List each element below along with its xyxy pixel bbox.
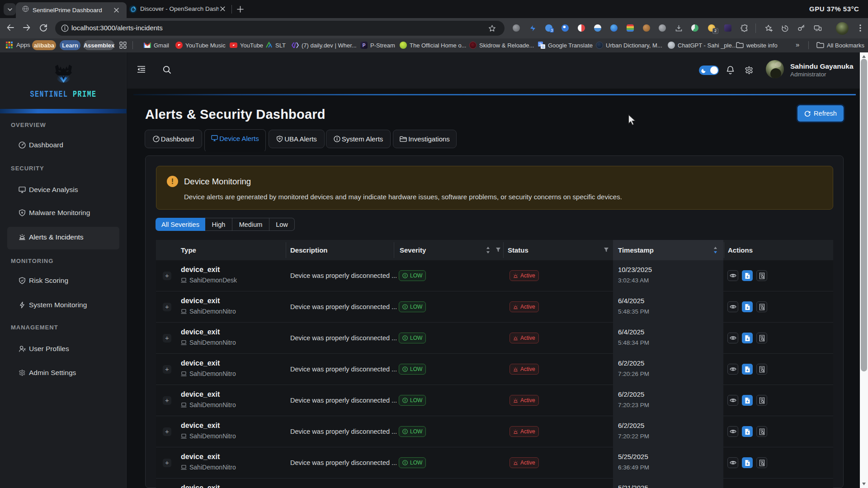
svg-text:G: G	[542, 45, 544, 49]
